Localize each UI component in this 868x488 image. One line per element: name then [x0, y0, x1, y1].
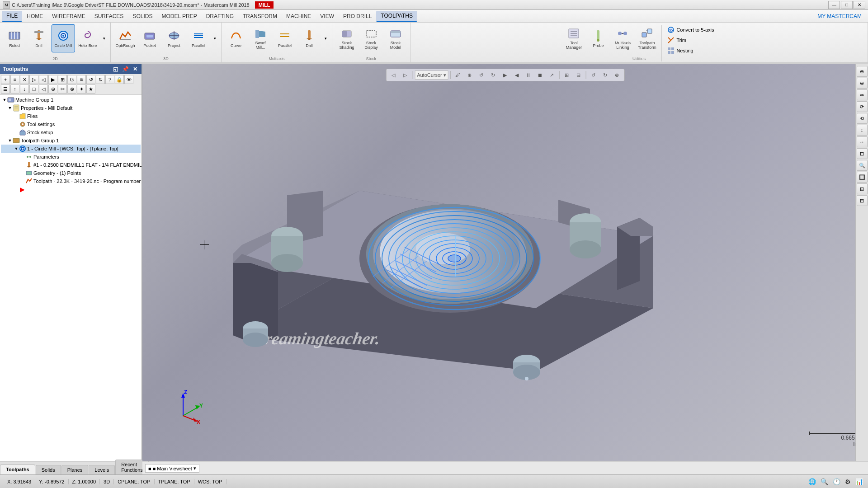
menu-machine[interactable]: MACHINE	[282, 11, 316, 21]
panel-tb-star[interactable]: ★	[86, 84, 95, 94]
right-sb-btn5[interactable]: ⟲	[857, 113, 868, 124]
panel-tb-regen[interactable]: ▷	[29, 75, 38, 84]
view-area[interactable]: ◁ ▷ AutoCursor ▾ 🖊 ⊕ ↺ ↻ ▶ ◀ ⏸ ⏹ ↗ ⊞ ⊟ ↺…	[142, 64, 868, 461]
menu-transform[interactable]: TRANSFORM	[238, 11, 282, 21]
panel-tb-redo[interactable]: ↻	[96, 75, 105, 84]
ribbon-btn-tool-manager[interactable]: Tool Manager	[562, 24, 585, 52]
right-sb-btn2[interactable]: ⊖	[857, 78, 868, 89]
ribbon-3d-more[interactable]: ▾	[211, 24, 218, 52]
ribbon-btn-curve[interactable]: Curve	[224, 24, 248, 52]
tree-files[interactable]: Files	[1, 112, 141, 120]
ribbon-btn-parallel-3d[interactable]: Parallel	[187, 24, 210, 52]
panel-tb-verify[interactable]: ⊞	[58, 75, 67, 84]
panel-pin-btn[interactable]: 📌	[121, 66, 130, 73]
ribbon-btn-multiaxis-linking[interactable]: Multiaxis Linking	[611, 24, 634, 52]
panel-tb-list[interactable]: ☰	[1, 84, 10, 94]
panel-tb-simulate[interactable]: ▶	[48, 75, 57, 84]
right-sb-btn7[interactable]: ↔	[857, 136, 868, 147]
tree-toolpath-output[interactable]: Toolpath - 22.3K - 3419-20.nc - Program …	[1, 177, 141, 185]
panel-tb-help[interactable]: ?	[105, 75, 114, 84]
ribbon-2d-more[interactable]: ▾	[100, 24, 108, 52]
panel-tb-new[interactable]: +	[1, 75, 10, 84]
panel-tb-down[interactable]: ↓	[20, 84, 29, 94]
panel-tb-cut[interactable]: ✂	[58, 84, 67, 94]
right-sb-btn10[interactable]: 🔲	[857, 172, 868, 183]
tree-expand-properties[interactable]: ▼	[7, 106, 13, 110]
panel-tb-ungroup[interactable]: ◁	[39, 84, 48, 94]
status-settings-icon[interactable]: ⚙	[844, 478, 852, 485]
right-sb-btn8[interactable]: ⊡	[857, 148, 868, 159]
minimize-button[interactable]: —	[828, 1, 840, 9]
panel-close-btn[interactable]: ✕	[132, 66, 139, 73]
tree-properties[interactable]: ▼ Properties - Mill Default	[1, 104, 141, 112]
tab-toolpaths[interactable]: Toolpaths	[0, 465, 35, 474]
ribbon-btn-helix-bore[interactable]: Helix Bore	[76, 24, 99, 52]
panel-tb-up[interactable]: ↑	[10, 84, 19, 94]
right-sb-btn3[interactable]: ⇔	[857, 89, 868, 100]
tab-solids[interactable]: Solids	[36, 465, 61, 474]
ribbon-btn-convert-5axis[interactable]: 5X Convert to 5-axis	[665, 25, 716, 34]
menu-file[interactable]: FILE	[2, 11, 22, 22]
tree-tool[interactable]: #1 - 0.2500 ENDMILL1 FLAT - 1/4 FLAT END…	[1, 161, 141, 169]
maximize-button[interactable]: □	[841, 1, 853, 9]
panel-tb-eye[interactable]: 👁	[124, 75, 133, 84]
status-globe-icon[interactable]: 🌐	[807, 478, 817, 485]
menu-home[interactable]: HOME	[22, 11, 47, 21]
ribbon-btn-ruled[interactable]: Ruled	[3, 24, 26, 52]
ribbon-btn-nesting[interactable]: Nesting	[665, 46, 716, 55]
ribbon-btn-stock-model[interactable]: Stock Model	[384, 24, 407, 52]
ribbon-btn-probe[interactable]: Probe	[586, 24, 610, 52]
panel-tb-move[interactable]: ⊕	[48, 84, 57, 94]
panel-undock-btn[interactable]: ◱	[112, 66, 119, 73]
tree-geometry[interactable]: Geometry - (1) Points	[1, 169, 141, 177]
tab-planes[interactable]: Planes	[61, 465, 89, 474]
tree-area[interactable]: ▼ Machine Group 1 ▼ Properties - Mill De…	[0, 95, 142, 461]
ribbon-btn-stock-shading[interactable]: Stock Shading	[335, 24, 359, 52]
ribbon-btn-parallel-mx[interactable]: Parallel	[273, 24, 297, 52]
panel-tb-copy[interactable]: ⊗	[67, 84, 76, 94]
panel-tb-highfeed[interactable]: ≋	[77, 75, 86, 84]
tab-levels[interactable]: Levels	[89, 465, 115, 474]
status-chart-icon[interactable]: 📊	[854, 478, 864, 485]
menu-model-prep[interactable]: MODEL PREP	[157, 11, 201, 21]
tree-stock-setup[interactable]: Stock setup	[1, 128, 141, 136]
right-sb-btn11[interactable]: ⊞	[857, 183, 868, 194]
menu-toolpaths[interactable]: TOOLPATHS	[376, 11, 417, 22]
right-sb-btn9[interactable]: 🔍	[857, 160, 868, 171]
menu-view[interactable]: VIEW	[316, 11, 339, 21]
panel-tb-lock[interactable]: 🔒	[115, 75, 124, 84]
panel-tb-group[interactable]: □	[29, 84, 38, 94]
tree-circle-mill-item[interactable]: ▼ 1 - Circle Mill - [WCS: Top] - [Tplane…	[1, 145, 141, 153]
panel-tb-undo[interactable]: ↺	[86, 75, 95, 84]
ribbon-btn-trim[interactable]: Trim	[665, 36, 716, 45]
tree-expand-machinegroup[interactable]: ▼	[2, 98, 7, 102]
menu-drafting[interactable]: DRAFTING	[202, 11, 238, 21]
status-search-icon[interactable]: 🔍	[819, 478, 830, 485]
ribbon-btn-pocket[interactable]: Pocket	[138, 24, 161, 52]
panel-tb-postprocess[interactable]: G	[67, 75, 76, 84]
my-mastercam[interactable]: MY MASTERCAM	[813, 11, 866, 21]
tree-toolpath-group[interactable]: ▼ Toolpath Group 1	[1, 136, 141, 145]
ribbon-btn-circle-mill[interactable]: Circle Mill	[52, 24, 75, 52]
view-mainviewsheet[interactable]: ■ ■ Main Viewsheet ▾	[145, 464, 199, 473]
panel-tb-delete[interactable]: ✕	[20, 75, 29, 84]
tree-play-btn[interactable]: ▶	[1, 185, 141, 193]
tree-tool-settings[interactable]: Tool settings	[1, 120, 141, 128]
right-sb-btn1[interactable]: ⊕	[857, 66, 868, 77]
tree-machine-group[interactable]: ▼ Machine Group 1	[1, 96, 141, 104]
status-clock-icon[interactable]: 🕐	[831, 478, 842, 485]
panel-tb-paste[interactable]: ✦	[77, 84, 86, 94]
ribbon-btn-toolpath-transform[interactable]: Toolpath Transform	[635, 24, 659, 52]
close-button[interactable]: ✕	[854, 1, 865, 9]
right-sb-btn12[interactable]: ⊟	[857, 195, 868, 206]
menu-wireframe[interactable]: WIREFRAME	[47, 11, 90, 21]
ribbon-btn-stock-display[interactable]: Stock Display	[359, 24, 383, 52]
menu-pro-drill[interactable]: PRO DRILL	[339, 11, 376, 21]
panel-tb-backplot[interactable]: ◁	[39, 75, 48, 84]
ribbon-mx-more[interactable]: ▾	[322, 24, 329, 52]
right-sb-btn4[interactable]: ⟳	[857, 101, 868, 112]
tree-expand-circlemill[interactable]: ▼	[14, 146, 19, 151]
menu-solids[interactable]: SOLIDS	[128, 11, 157, 21]
ribbon-btn-project[interactable]: Project	[162, 24, 186, 52]
right-sb-btn6[interactable]: ↕	[857, 125, 868, 136]
